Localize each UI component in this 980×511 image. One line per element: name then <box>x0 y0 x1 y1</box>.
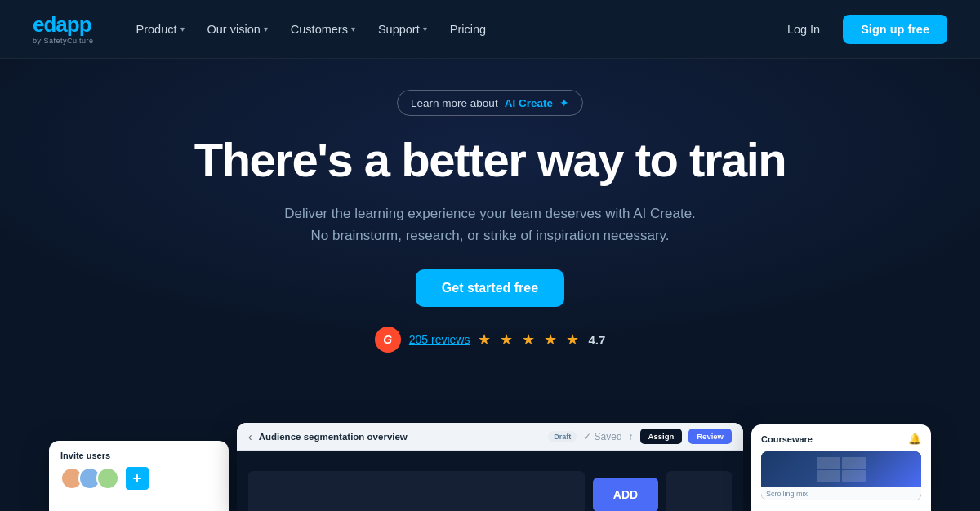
logo[interactable]: edapp by SafetyCulture <box>33 14 94 45</box>
logo-app: app <box>56 12 91 37</box>
draft-badge: Draft <box>548 431 577 442</box>
reviews-link[interactable]: 205 reviews <box>409 333 470 346</box>
star-2: ★ <box>500 331 514 349</box>
assign-button[interactable]: Assign <box>640 429 683 444</box>
hero-subtitle: Deliver the learning experience your tea… <box>284 202 696 247</box>
avatars-group <box>60 467 114 490</box>
nav-item-pricing[interactable]: Pricing <box>440 16 496 42</box>
center-body: ADD <box>237 451 743 511</box>
get-started-button[interactable]: Get started free <box>416 269 564 307</box>
grid-cell-1 <box>817 457 840 469</box>
nav-item-customers[interactable]: Customers ▾ <box>281 16 365 42</box>
card-label: Scrolling mix <box>761 487 921 500</box>
logo-ed: ed <box>33 12 56 37</box>
login-button[interactable]: Log In <box>777 16 830 42</box>
signup-button[interactable]: Sign up free <box>843 15 947 44</box>
star-half: ★ <box>566 331 580 349</box>
upload-icon: ↑ <box>629 431 634 442</box>
rating-value: 4.7 <box>588 333 605 347</box>
logo-tagline: by SafetyCulture <box>33 37 94 45</box>
avatar-3 <box>96 467 119 490</box>
mockups-area: Invite users ‹ Audience segmentation ove… <box>49 423 931 511</box>
center-actions: ✓ Saved ↑ Assign Review <box>583 429 732 444</box>
nav-item-product[interactable]: Product ▾ <box>127 16 194 42</box>
nav-actions: Log In Sign up free <box>777 15 947 44</box>
badge-text: Learn more about <box>411 97 498 109</box>
mockup-invite-users: Invite users <box>49 441 229 511</box>
grid-cell-3 <box>817 470 840 482</box>
chevron-down-icon: ▾ <box>264 24 268 33</box>
nav-item-support[interactable]: Support ▾ <box>368 16 437 42</box>
nav-links: Product ▾ Our vision ▾ Customers ▾ Suppo… <box>127 16 777 42</box>
hero-section: Learn more about AI Create ✦ There's a b… <box>0 59 980 377</box>
saved-icon: ✓ Saved <box>583 431 621 442</box>
ai-create-text: AI Create <box>505 97 553 109</box>
svg-rect-1 <box>133 478 141 479</box>
chevron-down-icon: ▾ <box>423 24 427 33</box>
navbar: edapp by SafetyCulture Product ▾ Our vis… <box>0 0 980 59</box>
dark-content-block <box>248 471 585 511</box>
star-3: ★ <box>522 331 536 349</box>
chevron-down-icon: ▾ <box>180 24 185 33</box>
center-title: Audience segmentation overview <box>259 432 542 442</box>
g2-logo: G <box>375 327 401 353</box>
reviews-row: G 205 reviews ★ ★ ★ ★ ★ 4.7 <box>375 327 606 353</box>
courseware-card: Scrolling mix <box>761 451 921 500</box>
invite-users-label: Invite users <box>60 451 217 460</box>
review-button[interactable]: Review <box>688 429 732 444</box>
dark-content-block-2 <box>666 471 732 511</box>
mockup-courseware: Courseware 🔔 Scrolling mix <box>751 424 931 511</box>
hero-title: There's a better way to train <box>194 134 786 186</box>
bell-icon: 🔔 <box>908 433 921 445</box>
chevron-down-icon: ▾ <box>351 24 355 33</box>
sparkle-icon: ✦ <box>559 96 569 109</box>
courseware-title: Courseware <box>761 434 813 444</box>
grid-cell-2 <box>842 457 866 469</box>
ai-badge[interactable]: Learn more about AI Create ✦ <box>397 90 583 116</box>
grid-visualization <box>817 457 866 482</box>
card-image <box>761 451 921 487</box>
add-icon <box>126 467 149 490</box>
nav-item-ourvision[interactable]: Our vision ▾ <box>198 16 278 42</box>
star-1: ★ <box>478 331 492 349</box>
mockup-audience-segmentation: ‹ Audience segmentation overview Draft ✓… <box>237 423 743 511</box>
center-topbar: ‹ Audience segmentation overview Draft ✓… <box>237 423 743 451</box>
star-4: ★ <box>544 331 558 349</box>
blue-content-block: ADD <box>593 478 658 511</box>
grid-cell-4 <box>842 470 866 482</box>
right-topbar: Courseware 🔔 <box>761 433 921 445</box>
back-icon: ‹ <box>248 430 252 443</box>
